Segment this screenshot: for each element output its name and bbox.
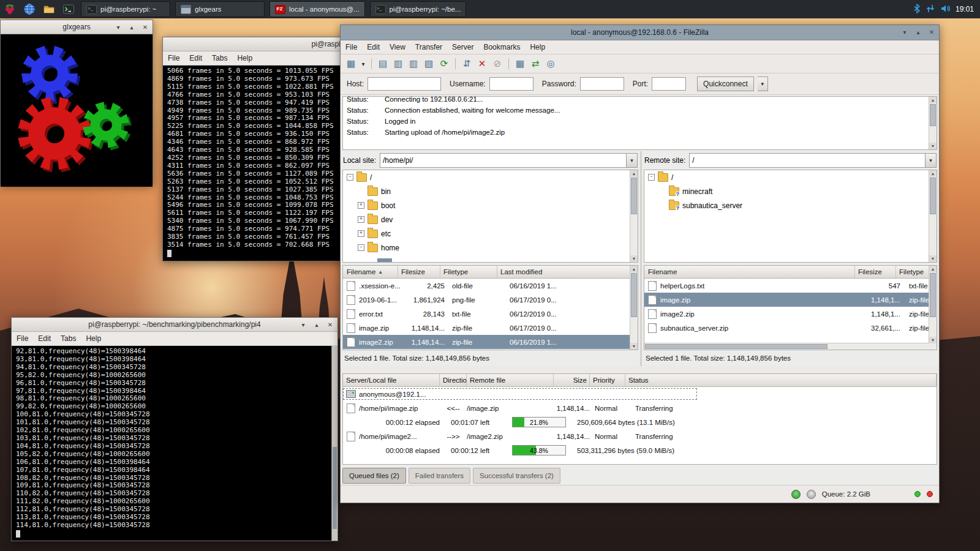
pane-splitter[interactable]: [341, 366, 939, 373]
glxgears-titlebar[interactable]: glxgears ▾ ▴ ✕: [1, 20, 153, 34]
username-input[interactable]: [489, 77, 533, 91]
close-window-icon[interactable]: ✕: [325, 320, 335, 329]
queue-transfer-row[interactable]: /home/pi/image2... -->> /image2.zip 1,14…: [343, 429, 937, 443]
taskbar-window-button[interactable]: pi@raspberrypi: ~/be...: [370, 1, 467, 17]
tree-item[interactable]: + dev: [343, 212, 638, 227]
file-row[interactable]: image2.zip 1,148,1... zip-file: [644, 307, 937, 321]
message-log[interactable]: Status: Connecting to 192.168.0.6:21... …: [342, 96, 937, 150]
combo-dropdown-icon[interactable]: ▾: [925, 154, 936, 167]
column-header-status[interactable]: Status: [625, 374, 937, 386]
tree-expander-icon[interactable]: -: [347, 174, 353, 181]
local-list-scrollbar[interactable]: ▲▼: [630, 266, 638, 350]
menu-item[interactable]: Edit: [362, 43, 385, 51]
quickconnect-dropdown-icon[interactable]: ▾: [758, 77, 768, 91]
find-files-icon[interactable]: ◎: [544, 57, 557, 70]
tree-expander-icon[interactable]: [659, 202, 666, 209]
volume-icon[interactable]: [940, 4, 951, 15]
column-header-remote-file[interactable]: Remote file: [467, 374, 554, 386]
menu-item[interactable]: Edit: [33, 334, 56, 343]
menu-item[interactable]: Help: [232, 54, 257, 62]
column-header-direction[interactable]: Directio: [440, 374, 467, 386]
queue-view-toggle-icon[interactable]: ▧: [422, 57, 435, 70]
maximize-window-icon[interactable]: ▴: [913, 27, 923, 37]
tree-item[interactable]: + boot: [343, 198, 638, 212]
tree-item[interactable]: ? subnautica_server: [644, 198, 937, 212]
toolbar-separator[interactable]: [508, 58, 509, 69]
shade-window-icon[interactable]: ▾: [113, 22, 123, 32]
tree-item[interactable]: ? minecraft: [644, 184, 937, 198]
tree-expander-icon[interactable]: +: [358, 202, 364, 209]
column-header-filename[interactable]: Filename: [644, 266, 855, 278]
quickconnect-button[interactable]: Quickconnect: [697, 77, 754, 91]
queue-tab[interactable]: Successful transfers (2): [473, 468, 560, 484]
remote-list-horizontal-scrollbar[interactable]: [644, 343, 937, 350]
column-header-filesize[interactable]: Filesize: [855, 266, 896, 278]
disconnect-icon[interactable]: ⊘: [491, 57, 504, 70]
taskbar-window-button[interactable]: local - anonymous@...: [270, 1, 365, 17]
tree-item[interactable]: - /: [343, 170, 638, 184]
file-row[interactable]: 2019-06-1... 1,861,924 png-file 06/17/20…: [343, 293, 638, 307]
local-tree-scrollbar[interactable]: ▲▼: [630, 170, 638, 262]
filezilla-titlebar[interactable]: local - anonymous@192.168.0.6 - FileZill…: [341, 25, 939, 40]
menu-item[interactable]: Tabs: [56, 334, 81, 343]
local-directory-tree[interactable]: - / bin: [342, 170, 638, 263]
taskbar-window-button[interactable]: pi@raspberrypi: ~: [81, 1, 170, 17]
notifications-icon[interactable]: [807, 490, 816, 499]
directory-comparison-icon[interactable]: ▦: [513, 57, 527, 70]
terminal-launcher-icon[interactable]: [61, 2, 77, 17]
local-tree-toggle-icon[interactable]: ▥: [391, 57, 405, 70]
remote-tree-scrollbar[interactable]: ▲▼: [929, 170, 937, 262]
combo-dropdown-icon[interactable]: ▾: [626, 154, 637, 167]
tree-expander-icon[interactable]: +: [358, 230, 364, 237]
connection-secure-icon[interactable]: [791, 490, 801, 499]
queue-tab[interactable]: Failed transfers: [409, 468, 470, 484]
menu-item[interactable]: File: [12, 334, 33, 343]
close-window-icon[interactable]: ✕: [927, 27, 937, 37]
process-queue-icon[interactable]: ⇵: [460, 57, 473, 70]
menu-item[interactable]: Help: [81, 334, 106, 343]
queue-tab[interactable]: Queued files (2): [342, 468, 406, 484]
web-browser-icon[interactable]: [21, 2, 37, 17]
toolbar-separator[interactable]: [371, 58, 372, 69]
file-row[interactable]: image.zip 1,148,14... zip-file 06/17/201…: [343, 321, 638, 335]
site-manager-icon[interactable]: ▦: [344, 57, 358, 70]
tree-item[interactable]: - home: [343, 241, 638, 255]
menu-item[interactable]: View: [385, 43, 410, 51]
terminal2-output[interactable]: 92,81.0,frequency(48)=150039846493,81.0,…: [12, 346, 337, 541]
remote-site-combo[interactable]: / ▾: [689, 153, 937, 168]
host-input[interactable]: [368, 77, 441, 91]
close-window-icon[interactable]: ✕: [140, 22, 150, 32]
synchronized-browsing-icon[interactable]: ⇄: [529, 57, 542, 70]
tree-expander-icon[interactable]: +: [358, 216, 364, 223]
local-site-combo[interactable]: /home/pi/ ▾: [380, 153, 638, 168]
column-header-filename[interactable]: Filename▲: [343, 266, 398, 278]
file-row[interactable]: helperLogs.txt 547 txt-file: [644, 279, 937, 293]
remote-file-list[interactable]: Filename Filesize Filetype helperLogs.tx…: [644, 265, 937, 350]
menu-item[interactable]: File: [163, 54, 184, 62]
queue-server-row[interactable]: anonymous@192.1...: [343, 387, 937, 401]
maximize-window-icon[interactable]: ▴: [127, 22, 137, 32]
port-input[interactable]: [652, 77, 686, 91]
queue-transfer-row[interactable]: /home/pi/image.zip <<-- /image.zip 1,148…: [343, 401, 937, 415]
toolbar-separator[interactable]: [455, 58, 456, 69]
menu-item[interactable]: Bookmarks: [478, 43, 525, 51]
file-row[interactable]: image2.zip 1,148,14... zip-file 06/16/20…: [343, 335, 638, 349]
site-manager-dropdown[interactable]: ▾: [360, 57, 367, 70]
file-row[interactable]: subnautica_server.zip 32,661,... zip-fil…: [644, 321, 937, 335]
file-row[interactable]: image.zip 1,148,1... zip-file: [644, 293, 937, 307]
column-header-filetype[interactable]: Filetype: [440, 266, 497, 278]
maximize-window-icon[interactable]: ▴: [312, 320, 322, 329]
local-file-list[interactable]: Filename▲ Filesize Filetype Last modifie…: [342, 265, 638, 350]
remote-tree-toggle-icon[interactable]: ▥: [407, 57, 420, 70]
shade-window-icon[interactable]: ▾: [900, 27, 910, 37]
column-header-filesize[interactable]: Filesize: [398, 266, 440, 278]
tree-item[interactable]: bin: [343, 184, 638, 198]
terminal2-titlebar[interactable]: pi@raspberrypi: ~/benchmarking/pibenchma…: [12, 318, 337, 332]
tree-item[interactable]: + etc: [343, 227, 638, 241]
tree-expander-icon[interactable]: -: [358, 244, 364, 251]
terminal2-scrollbar[interactable]: [331, 346, 337, 541]
bluetooth-icon[interactable]: [913, 4, 921, 15]
column-header-size[interactable]: Size: [554, 374, 590, 386]
taskbar-window-button[interactable]: glxgears: [175, 1, 265, 17]
menu-item[interactable]: Transfer: [410, 43, 447, 51]
